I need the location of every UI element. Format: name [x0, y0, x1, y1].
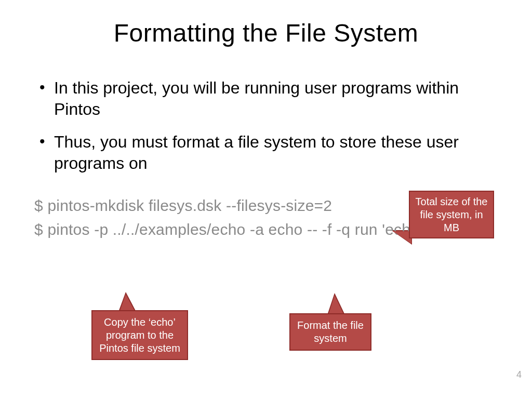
- callout-text: Format the file system: [296, 319, 365, 345]
- callout-text: Total size of the file system, in MB: [415, 195, 488, 234]
- slide-title: Formatting the File System: [0, 0, 532, 47]
- callout-total-size: Total size of the file system, in MB: [409, 191, 494, 238]
- callout-format-fs: Format the file system: [289, 313, 371, 351]
- callout-tail: [328, 295, 344, 315]
- callout-tail: [119, 294, 135, 312]
- bullet-item: In this project, you will be running use…: [37, 77, 501, 120]
- page-number: 4: [516, 369, 522, 380]
- bullet-item: Thus, you must format a file system to s…: [37, 131, 501, 174]
- callout-text: Copy the ‘echo’ program to the Pintos fi…: [98, 316, 182, 355]
- bullet-list: In this project, you will be running use…: [37, 77, 501, 174]
- callout-copy-echo: Copy the ‘echo’ program to the Pintos fi…: [91, 310, 188, 360]
